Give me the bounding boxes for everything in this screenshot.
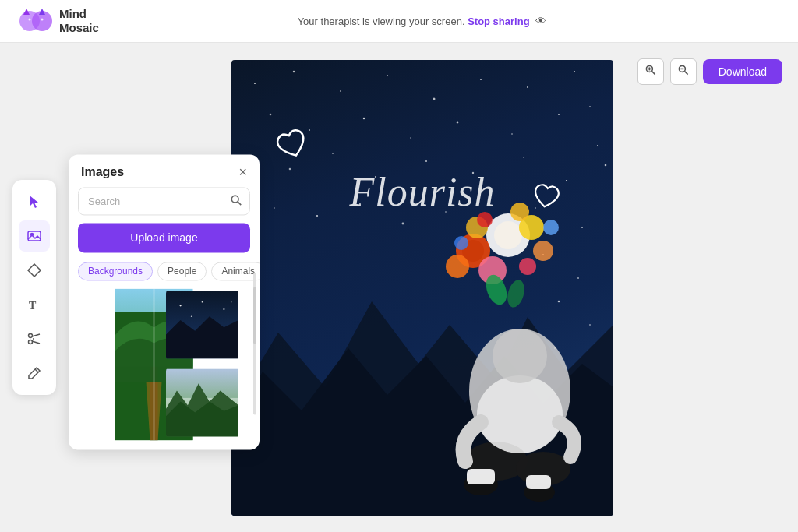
search-input[interactable] xyxy=(78,187,250,215)
cursor-icon xyxy=(26,194,42,210)
svg-point-22 xyxy=(270,113,272,115)
svg-point-98 xyxy=(230,301,231,302)
header: Mind Mosaic Your therapist is viewing yo… xyxy=(0,0,798,43)
svg-point-17 xyxy=(433,97,436,100)
eye-icon: 👁 xyxy=(535,15,546,27)
svg-point-60 xyxy=(493,329,547,383)
svg-point-74 xyxy=(454,236,468,250)
svg-point-73 xyxy=(543,220,559,235)
canvas-container: Flourish xyxy=(231,60,613,516)
svg-point-20 xyxy=(574,71,575,72)
svg-point-70 xyxy=(533,241,553,261)
svg-point-40 xyxy=(316,214,318,216)
svg-point-24 xyxy=(363,117,365,118)
panel-title: Images xyxy=(81,165,124,179)
svg-line-82 xyxy=(32,334,40,336)
panel-close-button[interactable]: × xyxy=(238,165,247,179)
flower-decoration xyxy=(430,181,570,336)
svg-point-32 xyxy=(332,153,334,154)
svg-point-80 xyxy=(29,334,33,338)
image-icon xyxy=(26,228,42,244)
svg-point-18 xyxy=(480,79,482,80)
svg-point-26 xyxy=(457,121,459,123)
image-grid xyxy=(69,288,260,449)
panel-header: Images × xyxy=(69,154,260,187)
svg-point-5 xyxy=(41,19,44,21)
status-message: Your therapist is viewing your screen. S… xyxy=(298,15,547,27)
panel-search xyxy=(78,187,250,215)
search-icon-button[interactable] xyxy=(230,194,242,209)
logo: Mind Mosaic xyxy=(19,7,99,35)
draw-tool-button[interactable] xyxy=(19,358,50,389)
text-tool-button[interactable]: T xyxy=(19,289,50,320)
svg-point-28 xyxy=(558,113,560,115)
diamond-icon xyxy=(26,262,42,278)
logo-icon xyxy=(19,7,53,35)
svg-point-94 xyxy=(201,301,203,303)
main-area: Download xyxy=(0,43,798,532)
canvas[interactable]: Flourish xyxy=(231,60,613,516)
svg-point-15 xyxy=(340,90,341,92)
svg-point-93 xyxy=(179,305,181,306)
svg-rect-57 xyxy=(467,469,495,484)
svg-point-16 xyxy=(387,75,388,76)
svg-point-19 xyxy=(527,86,528,87)
image-thumb-mountains[interactable] xyxy=(166,366,238,439)
svg-point-34 xyxy=(425,160,427,162)
svg-point-72 xyxy=(505,278,528,309)
svg-point-29 xyxy=(597,145,598,146)
filter-tab-people[interactable]: People xyxy=(157,262,207,280)
images-panel: Images × Upload image Backgrounds People… xyxy=(69,154,260,449)
svg-line-83 xyxy=(32,341,40,344)
svg-point-14 xyxy=(293,70,295,72)
scroll-indicator xyxy=(253,273,256,414)
search-icon xyxy=(230,194,242,206)
sidebar-tools: T xyxy=(12,180,56,395)
scissors-icon xyxy=(26,331,42,347)
image-tool-button[interactable] xyxy=(19,220,50,252)
svg-rect-58 xyxy=(526,475,551,489)
svg-point-62 xyxy=(494,221,522,249)
svg-point-75 xyxy=(477,212,493,227)
svg-text:T: T xyxy=(29,300,37,312)
scissors-tool-button[interactable] xyxy=(19,323,50,354)
svg-point-69 xyxy=(446,255,469,278)
svg-line-85 xyxy=(35,369,38,372)
filter-tabs: Backgrounds People Animals Objects xyxy=(69,262,260,288)
pen-icon xyxy=(26,365,42,381)
svg-point-36 xyxy=(523,157,524,157)
svg-point-67 xyxy=(510,203,529,221)
svg-point-39 xyxy=(274,207,275,209)
svg-point-96 xyxy=(190,316,191,317)
stop-sharing-link[interactable]: Stop sharing xyxy=(468,16,532,27)
scroll-thumb xyxy=(253,287,256,344)
shape-tool-button[interactable] xyxy=(19,255,50,286)
svg-point-81 xyxy=(29,340,33,344)
logo-text: Mind Mosaic xyxy=(59,7,99,35)
svg-point-4 xyxy=(29,19,31,21)
select-tool-button[interactable] xyxy=(19,186,50,217)
svg-point-13 xyxy=(254,83,256,84)
upload-image-button[interactable]: Upload image xyxy=(78,223,250,252)
svg-point-59 xyxy=(477,375,563,453)
svg-point-38 xyxy=(605,164,607,166)
filter-tab-backgrounds[interactable]: Backgrounds xyxy=(78,262,153,280)
svg-point-27 xyxy=(511,133,512,134)
svg-line-87 xyxy=(238,202,241,205)
text-icon: T xyxy=(26,297,42,312)
svg-point-42 xyxy=(402,222,404,224)
svg-point-21 xyxy=(589,106,591,107)
image-thumb-night[interactable] xyxy=(166,288,238,361)
svg-point-25 xyxy=(410,137,411,139)
svg-point-95 xyxy=(223,308,224,310)
svg-point-23 xyxy=(309,129,310,131)
svg-rect-77 xyxy=(28,231,41,241)
svg-point-86 xyxy=(231,196,238,203)
svg-point-46 xyxy=(581,227,583,228)
svg-point-76 xyxy=(519,258,536,275)
filter-tab-animals[interactable]: Animals xyxy=(211,262,260,280)
